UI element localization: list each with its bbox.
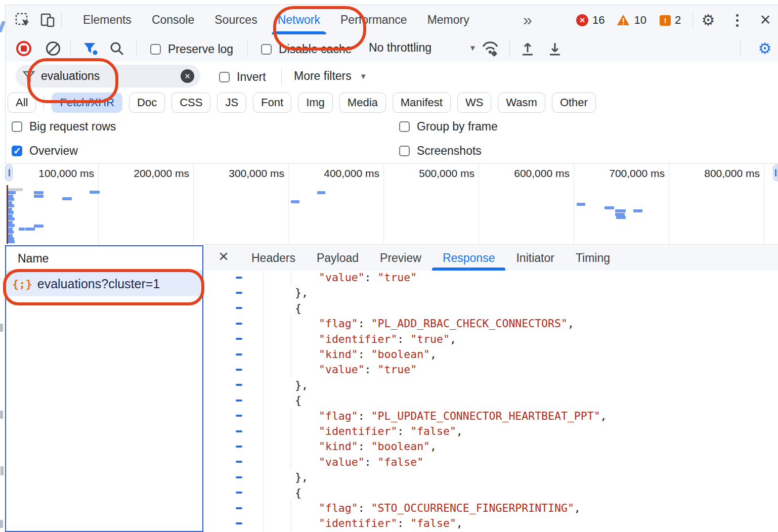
network-conditions-icon[interactable] <box>480 39 500 58</box>
detail-tab-preview[interactable]: Preview <box>369 245 432 271</box>
json-punctuation-token: : <box>358 440 371 453</box>
chip-manifest[interactable]: Manifest <box>393 93 451 113</box>
big-request-rows-option[interactable]: Big request rows <box>12 120 116 134</box>
tab-memory[interactable]: Memory <box>417 5 480 34</box>
json-punctuation-token: : <box>358 410 371 422</box>
clear-filter-icon[interactable]: ✕ <box>181 69 194 83</box>
errors-count: 16 <box>592 14 604 27</box>
disable-cache-option[interactable]: Disable cache <box>261 42 352 56</box>
page-behind-fragment <box>0 324 3 332</box>
timeline-right-handle[interactable] <box>773 164 778 181</box>
filter-funnel-icon[interactable] <box>81 40 100 57</box>
screenshots-checkbox[interactable] <box>399 146 410 156</box>
detail-tab-timing[interactable]: Timing <box>565 245 621 271</box>
toolbar-divider <box>61 12 62 28</box>
tab-console[interactable]: Console <box>142 5 204 34</box>
close-details-icon[interactable]: × <box>219 246 229 266</box>
timeline-tick-label: 500,000 ms <box>419 167 474 180</box>
group-by-frame-option[interactable]: Group by frame <box>399 120 498 134</box>
chip-other[interactable]: Other <box>552 93 596 113</box>
chip-font[interactable]: Font <box>253 93 291 113</box>
main-toolbar: ElementsConsoleSourcesNetworkPerformance… <box>6 5 778 35</box>
chip-doc[interactable]: Doc <box>129 93 165 113</box>
detail-tab-headers[interactable]: Headers <box>241 245 306 271</box>
disable-cache-label: Disable cache <box>279 42 352 56</box>
response-viewer[interactable]: "value": "true"},{"flag": "PL_ADD_RBAC_C… <box>203 271 778 532</box>
more-filters-dropdown[interactable]: More filters ▼ <box>294 69 367 83</box>
preserve-log-option[interactable]: Preserve log <box>150 42 233 56</box>
timeline-event-line <box>7 185 8 244</box>
chip-js[interactable]: JS <box>217 93 246 113</box>
tab-performance[interactable]: Performance <box>330 5 417 34</box>
more-tabs-icon[interactable]: » <box>517 11 538 29</box>
request-row[interactable]: {;}evaluations?cluster=1 <box>6 271 202 296</box>
toolbar-divider <box>136 40 137 56</box>
json-punctuation-token: : <box>358 317 371 330</box>
chip-fetch-xhr[interactable]: Fetch/XHR <box>52 93 122 113</box>
json-punctuation-token: : <box>365 271 378 284</box>
invert-option[interactable]: Invert <box>219 70 266 84</box>
import-har-icon[interactable] <box>518 40 537 57</box>
big-request-rows-checkbox[interactable] <box>12 121 22 132</box>
toolbar-divider <box>281 68 282 85</box>
detail-tab-payload[interactable]: Payload <box>306 245 369 271</box>
chip-all[interactable]: All <box>8 93 36 113</box>
json-string-token: "flag" <box>319 317 358 330</box>
filter-pill[interactable]: ✕ <box>16 65 200 87</box>
tab-elements[interactable]: Elements <box>73 5 142 34</box>
line-marker-dash <box>236 323 242 325</box>
line-marker-dash <box>236 369 242 371</box>
timeline-overview[interactable]: 100,000 ms200,000 ms300,000 ms400,000 ms… <box>5 164 778 244</box>
toggle-device-toolbar-icon[interactable] <box>39 12 56 29</box>
console-status[interactable]: ✕ 16 10 ! 2 <box>576 14 681 27</box>
warnings-count: 10 <box>634 14 646 27</box>
search-icon[interactable] <box>108 40 126 57</box>
screenshots-option[interactable]: Screenshots <box>399 144 482 158</box>
json-punctuation-token: , <box>456 517 463 529</box>
timeline-request-bar <box>7 224 15 227</box>
detail-tab-response[interactable]: Response <box>432 245 506 271</box>
json-punctuation-token: : <box>397 517 410 529</box>
settings-gear-icon[interactable]: ⚙ <box>700 12 717 29</box>
overview-option[interactable]: Overview <box>12 144 78 158</box>
clear-network-log-icon[interactable] <box>44 39 62 58</box>
line-marker-dash <box>236 446 242 448</box>
network-settings-gear-icon[interactable]: ⚙ <box>755 39 774 58</box>
json-string-token: "kind" <box>319 440 358 453</box>
preserve-log-checkbox[interactable] <box>150 44 161 55</box>
page-behind-fragment <box>0 520 3 528</box>
detail-tabs: HeadersPayloadPreviewResponseInitiatorTi… <box>241 245 621 271</box>
big-request-rows-label: Big request rows <box>29 120 116 134</box>
invert-checkbox[interactable] <box>219 72 230 82</box>
tab-sources[interactable]: Sources <box>204 5 267 34</box>
overview-checkbox[interactable] <box>12 146 22 156</box>
disable-cache-checkbox[interactable] <box>261 44 272 55</box>
request-details-panel: × HeadersPayloadPreviewResponseInitiator… <box>203 245 778 532</box>
details-header: × HeadersPayloadPreviewResponseInitiator… <box>203 245 778 271</box>
timeline-left-handle[interactable] <box>5 164 13 181</box>
export-har-icon[interactable] <box>546 40 564 57</box>
tab-network[interactable]: Network <box>268 5 330 34</box>
chip-wasm[interactable]: Wasm <box>498 93 545 113</box>
group-by-frame-checkbox[interactable] <box>399 121 410 132</box>
inspect-element-icon[interactable] <box>14 12 31 29</box>
chip-css[interactable]: CSS <box>171 93 210 113</box>
code-line: }, <box>265 377 778 393</box>
json-string-token: "identifier" <box>319 517 397 529</box>
chip-ws[interactable]: WS <box>457 93 491 113</box>
name-column-header[interactable]: Name <box>6 246 202 271</box>
chip-img[interactable]: Img <box>298 93 333 113</box>
close-devtools-icon[interactable]: × <box>756 10 774 29</box>
record-network-log-icon[interactable] <box>15 39 33 58</box>
request-type-filters: AllFetch/XHRDocCSSJSFontImgMediaManifest… <box>6 91 778 114</box>
main-tabs: ElementsConsoleSourcesNetworkPerformance… <box>73 5 480 34</box>
code-line: "value": "false" <box>265 454 778 470</box>
detail-tab-initiator[interactable]: Initiator <box>505 245 565 271</box>
code-line: "kind": "boolean", <box>265 346 778 362</box>
line-marker-dash <box>236 353 242 356</box>
chip-media[interactable]: Media <box>339 93 386 113</box>
menu-kebab-icon[interactable] <box>733 13 741 28</box>
throttling-dropdown[interactable]: No throttling ▼ <box>369 41 477 55</box>
line-marker-dash <box>236 430 242 432</box>
filter-input[interactable] <box>40 69 163 83</box>
